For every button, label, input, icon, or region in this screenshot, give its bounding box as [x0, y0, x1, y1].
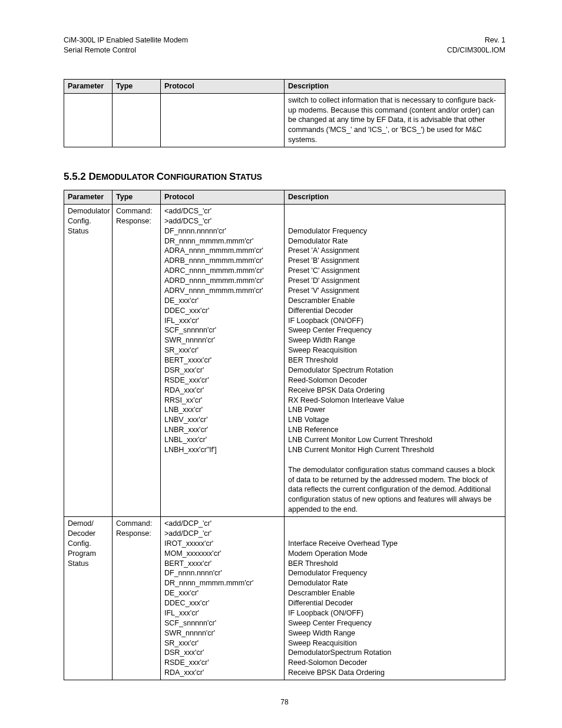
col-description: Description	[285, 79, 505, 93]
table-row: switch to collect information that is ne…	[64, 93, 505, 147]
col-protocol: Protocol	[161, 79, 285, 93]
table-top: Parameter Type Protocol Description swit…	[64, 79, 505, 147]
word1-rest: EMODULATOR	[96, 172, 157, 182]
cell-protocol: <add/DCP_'cr' >add/DCP_'cr' IROT_xxxxx'c…	[161, 517, 285, 680]
header-left: CiM-300L IP Enabled Satellite Modem Seri…	[64, 35, 188, 55]
word2-first: C	[157, 171, 164, 182]
col-parameter: Parameter	[64, 190, 113, 205]
cell-parameter: Demod/ Decoder Config. Program Status	[64, 517, 113, 680]
header-subtitle: Serial Remote Control	[64, 45, 188, 55]
col-type: Type	[113, 79, 161, 93]
section-heading: 5.5.2 DEMODULATOR CONFIGURATION STATUS	[64, 171, 505, 183]
col-protocol: Protocol	[161, 190, 285, 205]
cell-type: Command: Response:	[113, 517, 161, 680]
cell-description: Demodulator Frequency Demodulator Rate P…	[285, 204, 505, 516]
col-type: Type	[113, 190, 161, 205]
header-rev: Rev. 1	[447, 35, 505, 45]
table-demod-config: Parameter Type Protocol Description Demo…	[64, 190, 505, 680]
cell-parameter	[64, 93, 113, 147]
section-number: 5.5.2	[64, 171, 89, 182]
table-row: Demod/ Decoder Config. Program Status Co…	[64, 517, 505, 680]
cell-description: switch to collect information that is ne…	[285, 93, 505, 147]
table-header-row: Parameter Type Protocol Description	[64, 190, 505, 205]
cell-type: Command: Response:	[113, 204, 161, 516]
word1-first: D	[89, 171, 96, 182]
page-number: 78	[64, 698, 505, 706]
col-description: Description	[285, 190, 505, 205]
word3-first: S	[229, 171, 236, 182]
cell-protocol: <add/DCS_'cr' >add/DCS_'cr' DF_nnnn.nnnn…	[161, 204, 285, 516]
col-parameter: Parameter	[64, 79, 113, 93]
cell-description: Interface Receive Overhead Type Modem Op…	[285, 517, 505, 680]
header-title: CiM-300L IP Enabled Satellite Modem	[64, 35, 188, 45]
cell-protocol	[161, 93, 285, 147]
header-right: Rev. 1 CD/CIM300L.IOM	[447, 35, 505, 55]
cell-type	[113, 93, 161, 147]
cell-parameter: Demodulator Config. Status	[64, 204, 113, 516]
word3-rest: TATUS	[236, 172, 262, 182]
table-row: Demodulator Config. Status Command: Resp…	[64, 204, 505, 516]
header-doc: CD/CIM300L.IOM	[447, 45, 505, 55]
word2-rest: ONFIGURATION	[164, 172, 229, 182]
table-header-row: Parameter Type Protocol Description	[64, 79, 505, 93]
page-header: CiM-300L IP Enabled Satellite Modem Seri…	[64, 35, 505, 55]
